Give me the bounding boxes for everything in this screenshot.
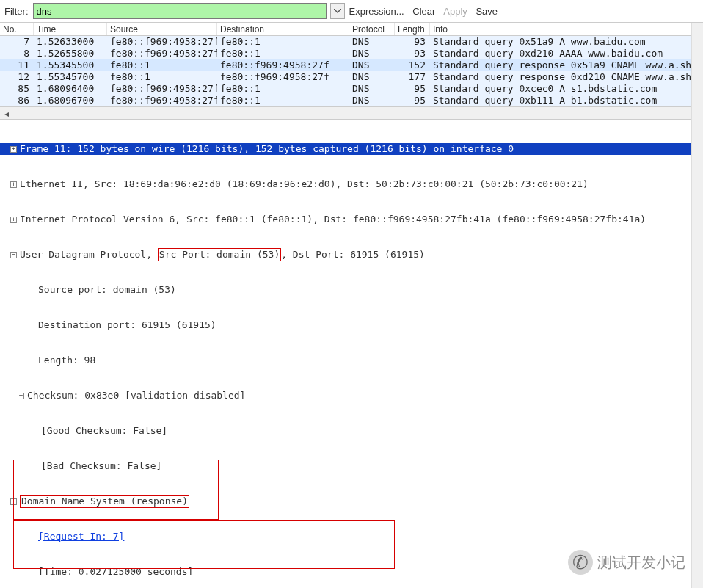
filter-actions: Expression... Clear Apply Save — [349, 6, 504, 17]
vertical-scrollbar[interactable] — [691, 23, 703, 588]
collapse-icon[interactable] — [10, 252, 17, 258]
udp-good-checksum[interactable]: [Good Checksum: False] — [0, 425, 703, 437]
col-info[interactable]: Info — [430, 23, 703, 35]
dns-request-in[interactable]: [Request In: 7] — [0, 531, 703, 542]
col-source[interactable]: Source — [107, 23, 217, 35]
col-no[interactable]: No. — [0, 23, 34, 35]
filter-toolbar: Filter: Expression... Clear Apply Save — [0, 0, 703, 23]
scroll-left-icon[interactable]: ◂ — [0, 107, 12, 120]
packet-row[interactable]: 861.68096700fe80::f969:4958:27ffe80::1DN… — [0, 95, 703, 106]
col-protocol[interactable]: Protocol — [349, 23, 395, 35]
watermark-text: 测试开发小记 — [597, 553, 685, 573]
wechat-icon: ✆ — [568, 550, 593, 575]
packet-list-scrollbar[interactable]: ◂ ▸ — [0, 107, 703, 120]
packet-row[interactable]: 121.55345700fe80::1fe80::f969:4958:27fDN… — [0, 71, 703, 83]
udp-summary[interactable]: User Datagram Protocol, Src Port: domain… — [0, 249, 703, 261]
apply-button[interactable]: Apply — [443, 6, 467, 17]
col-length[interactable]: Length — [395, 23, 430, 35]
udp-length[interactable]: Length: 98 — [0, 355, 703, 366]
udp-checksum[interactable]: Checksum: 0x83e0 [validation disabled] — [0, 390, 703, 402]
packet-list-body[interactable]: 71.52633000fe80::f969:4958:27ffe80::1DNS… — [0, 36, 703, 106]
udp-src-port-highlight: Src Port: domain (53) — [158, 248, 281, 261]
clear-button[interactable]: Clear — [412, 6, 435, 17]
packet-list-pane: No. Time Source Destination Protocol Len… — [0, 23, 703, 107]
ethernet-summary[interactable]: Ethernet II, Src: 18:69:da:96:e2:d0 (18:… — [0, 178, 703, 190]
frame-summary[interactable]: Frame 11: 152 bytes on wire (1216 bits),… — [0, 143, 703, 155]
answers-annotation-box — [13, 520, 395, 569]
expression-button[interactable]: Expression... — [349, 6, 404, 17]
filter-label: Filter: — [4, 6, 29, 17]
packet-details-pane[interactable]: Frame 11: 152 bytes on wire (1216 bits),… — [0, 120, 703, 575]
col-destination[interactable]: Destination — [217, 23, 349, 35]
packet-row[interactable]: 71.52633000fe80::f969:4958:27ffe80::1DNS… — [0, 36, 703, 48]
collapse-icon[interactable] — [10, 498, 17, 505]
expand-icon[interactable] — [10, 181, 17, 188]
ipv6-summary[interactable]: Internet Protocol Version 6, Src: fe80::… — [0, 214, 703, 225]
udp-dst-port[interactable]: Destination port: 61915 (61915) — [0, 319, 703, 331]
filter-dropdown-button[interactable] — [330, 3, 345, 19]
watermark: ✆ 测试开发小记 — [568, 550, 685, 575]
packet-row[interactable]: 111.55345500fe80::1fe80::f969:4958:27fDN… — [0, 59, 703, 71]
packet-row[interactable]: 81.52655800fe80::f969:4958:27ffe80::1DNS… — [0, 48, 703, 59]
expand-icon[interactable] — [10, 217, 17, 223]
udp-bad-checksum[interactable]: [Bad Checksum: False] — [0, 460, 703, 472]
udp-src-port[interactable]: Source port: domain (53) — [0, 284, 703, 296]
expand-icon[interactable] — [10, 146, 17, 153]
collapse-icon[interactable] — [18, 393, 24, 399]
packet-row[interactable]: 851.68096400fe80::f969:4958:27ffe80::1DN… — [0, 83, 703, 95]
save-button[interactable]: Save — [476, 6, 498, 17]
col-time[interactable]: Time — [34, 23, 107, 35]
dns-summary[interactable]: Domain Name System (response) — [0, 496, 703, 507]
packet-list-header[interactable]: No. Time Source Destination Protocol Len… — [0, 23, 703, 36]
filter-input[interactable] — [33, 3, 327, 19]
